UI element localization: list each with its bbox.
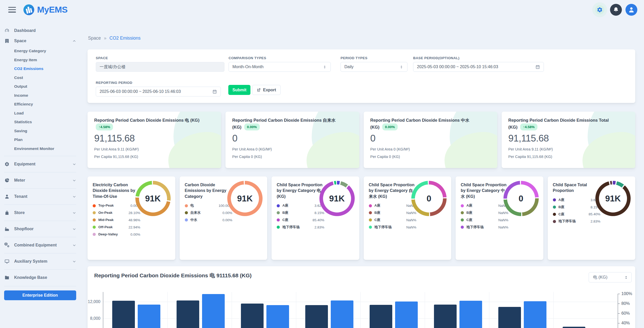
legend-dot [461, 204, 464, 207]
donut-center-value: 91K [595, 181, 631, 216]
sidebar-item-energy-item[interactable]: Energy Item [14, 56, 76, 65]
legend-label: C座 [559, 212, 581, 217]
stat-card-value: 91,115.68 [94, 133, 214, 144]
legend-dot [93, 226, 96, 229]
sidebar-item-saving[interactable]: Saving [14, 127, 76, 136]
donut-card-3: Child Space Proportion by Energy Categor… [272, 176, 359, 260]
legend-item: 中水0.00% [185, 218, 232, 222]
sidebar-item-label: Tenant [14, 194, 27, 199]
breadcrumb-parent[interactable]: Space [88, 36, 101, 41]
legend-dot [93, 211, 96, 214]
sidebar-item-store[interactable]: Store [4, 208, 76, 218]
donut-center-value: 91K [227, 181, 263, 216]
sidebar-item-environment-monitor[interactable]: Environment Monitor [14, 144, 76, 153]
sidebar-item-load[interactable]: Load [14, 109, 76, 118]
right-axis-tick [618, 304, 620, 304]
sidebar-item-space[interactable]: Space [4, 36, 76, 46]
legend-label: B座 [375, 211, 397, 215]
legend-label: Mid-Peak [98, 218, 120, 222]
donut-card-title: Child Space Proportion by Energy Categor… [369, 182, 415, 199]
hamburger-menu-icon[interactable] [8, 7, 16, 13]
sidebar-item-cost[interactable]: Cost [14, 73, 76, 82]
sidebar-item-shopfloor[interactable]: Shopfloor [4, 224, 76, 234]
bar-series-dark-navy [305, 305, 328, 328]
sidebar-item-plan[interactable]: Plan [14, 135, 76, 144]
calendar-icon [535, 65, 540, 69]
sidebar-item-equipment[interactable]: Equipment [4, 159, 76, 169]
sidebar-nav: DashboardSpaceEnergy CategoryEnergy Item… [4, 25, 76, 283]
chevron-down-icon [72, 243, 76, 247]
donut-card-title: Child Space Proportion by Energy Categor… [461, 182, 507, 199]
sidebar-section-knowledge-base: Knowledge Base [4, 269, 76, 283]
legend-dot [369, 204, 372, 207]
energy-unit-value: 电 (KG) [593, 274, 624, 280]
legend-item: 地下停车场NaN% [461, 225, 508, 229]
legend-item: 地下停车场2.83% [277, 225, 324, 229]
legend-label: C座 [375, 218, 397, 222]
stat-card-title: Reporting Period Carbon Dioxide Emission… [370, 117, 478, 130]
sidebar-item-co2-emissions[interactable]: CO2 Emissions [14, 64, 76, 73]
sidebar-item-energy-category[interactable]: Energy Category [14, 47, 76, 56]
sidebar-item-knowledge-base[interactable]: Knowledge Base [4, 272, 76, 283]
donut-legend: 电100.00%自来水0.00%中水0.00% [185, 203, 232, 222]
submit-button[interactable]: Submit [228, 85, 250, 95]
sidebar-item-income[interactable]: Income [14, 91, 76, 100]
bar-series-bright-blue [459, 301, 482, 328]
sidebar-section-meter: Meter [4, 172, 76, 185]
legend-dot [369, 226, 372, 229]
sidebar-item-statistics[interactable]: Statistics [14, 118, 76, 127]
legend-dot [277, 218, 280, 221]
caret-updown-icon [624, 275, 628, 280]
caret-updown-icon [323, 65, 327, 69]
sidebar-item-meter[interactable]: Meter [4, 175, 76, 185]
myems-logo-icon [23, 4, 34, 15]
donut-legend: A座NaN%B座NaN%C座NaN%地下停车场NaN% [369, 203, 416, 229]
sidebar-item-label: Dashboard [14, 28, 36, 33]
sidebar-item-combined-equipment[interactable]: Combined Equipment [4, 240, 76, 250]
stat-card-value: 0 [232, 133, 352, 144]
reporting-period-label: REPORTING PERIOD [96, 81, 221, 85]
legend-dot [553, 220, 556, 223]
legend-dot [369, 218, 372, 221]
donut-card-1: Electricity Carbon Dioxide Emissions by … [88, 176, 175, 260]
donut-legend: A座3.62%B座8.15%C座85.40%地下停车场2.83% [553, 198, 601, 224]
legend-item: C座NaN% [461, 218, 508, 222]
energy-unit-select[interactable]: 电 (KG) [589, 272, 632, 282]
sidebar-item-efficiency[interactable]: Efficiency [14, 100, 76, 109]
notifications-bell-icon[interactable] [610, 4, 622, 16]
user-avatar[interactable] [625, 4, 637, 16]
space-input[interactable]: 一度城/办公楼 [96, 62, 224, 72]
period-types-select[interactable]: Daily [341, 62, 407, 72]
bar-series-bright-blue [266, 305, 289, 328]
stat-card-3: Reporting Period Carbon Dioxide Emission… [364, 112, 497, 168]
legend-dot [185, 211, 188, 214]
enterprise-edition-button[interactable]: Enterprise Edition [4, 290, 76, 300]
legend-value: 2.83% [590, 219, 600, 223]
bar-group-7 [489, 292, 553, 328]
donut-card-2: Carbon Dioxide Emissions by Energy Categ… [180, 176, 267, 260]
myems-app: MyEMS DashboardSpaceEnergy CategoryEnerg… [0, 0, 644, 328]
bar-series-dark-navy [177, 300, 199, 328]
reporting-period-field: REPORTING PERIOD 2025-06-03 00:00:00 ~ 2… [96, 81, 221, 96]
legend-item: Off-Peak22.94% [93, 225, 140, 229]
sidebar-item-dashboard[interactable]: Dashboard [4, 25, 76, 36]
chevron-down-icon [72, 195, 76, 199]
reporting-period-input[interactable]: 2025-06-03 00:00:00 ~ 2025-06-10 15:46:0… [96, 87, 221, 96]
legend-item: C座85.40% [277, 218, 324, 222]
chevron-down-icon [72, 211, 76, 215]
export-button[interactable]: Export [252, 85, 281, 95]
legend-dot [553, 206, 556, 209]
comparison-types-select[interactable]: Month-On-Month [229, 62, 331, 72]
sidebar-item-auxiliary-system[interactable]: Auxiliary System [4, 256, 76, 267]
base-period-input[interactable]: 2025-05-03 00:00:00 ~ 2025-05-10 15:46:0… [413, 62, 544, 72]
y-axis-tick-label: 12,000 [87, 299, 100, 304]
brand-logo[interactable]: MyEMS [23, 4, 67, 15]
sidebar-item-label: Equipment [14, 162, 36, 166]
sidebar-item-label: Space [14, 39, 26, 43]
legend-label: 地下停车场 [282, 225, 304, 229]
sidebar-item-tenant[interactable]: Tenant [4, 191, 76, 202]
comparison-types-label: COMPARISON TYPES [229, 56, 331, 60]
settings-gear-icon[interactable] [595, 5, 604, 14]
sidebar-item-output[interactable]: Output [14, 82, 76, 91]
right-axis-tick-label: 40% [621, 321, 639, 325]
